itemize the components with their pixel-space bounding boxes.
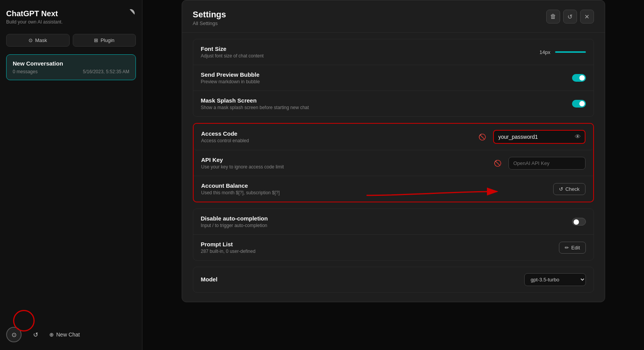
prompt-list-row: Prompt List 287 built-in, 0 user-defined… bbox=[193, 235, 594, 260]
auto-completion-control bbox=[572, 218, 586, 225]
settings-title-area: Settings All Settings bbox=[193, 10, 226, 26]
sidebar-header: ChatGPT Next Build your own AI assistant… bbox=[6, 8, 136, 26]
conversation-title: New Conversation bbox=[13, 60, 129, 67]
api-key-eye-button[interactable]: 🚫 bbox=[491, 160, 505, 167]
edit-icon: ✏ bbox=[565, 245, 569, 251]
openai-logo-icon bbox=[119, 8, 136, 26]
model-select[interactable]: gpt-3.5-turbo gpt-4 bbox=[524, 273, 586, 286]
share-icon: ↺ bbox=[33, 331, 38, 338]
plugin-button[interactable]: ⊞ Plugin bbox=[73, 34, 136, 47]
sidebar: ChatGPT Next Build your own AI assistant… bbox=[0, 0, 142, 350]
send-preview-desc: Preview markdown in bubble bbox=[201, 79, 260, 84]
access-code-eye-left-button[interactable]: 🚫 bbox=[475, 133, 489, 141]
send-preview-bubble-row: Send Preview Bubble Preview markdown in … bbox=[193, 65, 594, 91]
prompt-list-desc: 287 built-in, 0 user-defined bbox=[201, 249, 256, 254]
eye-slash-icon: 🚫 bbox=[478, 134, 486, 140]
settings-body: Font Size Adjust font size of chat conte… bbox=[182, 33, 605, 302]
prompt-list-label: Prompt List bbox=[201, 241, 256, 247]
refresh-button[interactable]: ↺ bbox=[563, 10, 577, 24]
close-button[interactable]: ✕ bbox=[580, 10, 594, 24]
refresh-icon: ↺ bbox=[559, 186, 563, 192]
settings-header: Settings All Settings 🗑 ↺ ✕ bbox=[182, 0, 605, 33]
sidebar-subtitle: Build your own AI assistant. bbox=[6, 19, 63, 25]
account-balance-row: Account Balance Used this month $[?], su… bbox=[194, 176, 593, 202]
settings-subtitle: All Settings bbox=[193, 20, 226, 26]
settings-header-actions: 🗑 ↺ ✕ bbox=[546, 10, 594, 24]
settings-title: Settings bbox=[193, 10, 226, 20]
font-size-desc: Adjust font size of chat content bbox=[201, 53, 264, 59]
plugin-icon: ⊞ bbox=[94, 37, 98, 43]
mask-splash-row: Mask Splash Screen Show a mask splash sc… bbox=[193, 91, 594, 116]
settings-section-completion: Disable auto-completion Input / to trigg… bbox=[193, 209, 594, 261]
settings-overlay: Settings All Settings 🗑 ↺ ✕ Font Size bbox=[142, 0, 644, 350]
account-balance-label: Account Balance bbox=[201, 182, 280, 189]
api-key-input[interactable] bbox=[509, 157, 585, 170]
sidebar-title: ChatGPT Next bbox=[6, 9, 63, 18]
access-code-desc: Access control enabled bbox=[201, 138, 249, 143]
auto-completion-label: Disable auto-completion bbox=[201, 215, 268, 222]
settings-section-access: Access Code Access control enabled 🚫 bbox=[193, 123, 594, 202]
share-icon-button[interactable]: ↺ bbox=[28, 327, 43, 342]
account-balance-desc: Used this month $[?], subscription $[?] bbox=[201, 190, 280, 195]
api-key-label: API Key bbox=[201, 156, 284, 163]
api-key-row: API Key Use your key to ignore access co… bbox=[194, 150, 593, 176]
prompt-list-control: ✏ Edit bbox=[559, 242, 585, 254]
model-row: Model gpt-3.5-turbo gpt-4 bbox=[193, 267, 594, 292]
sidebar-logo-area: ChatGPT Next Build your own AI assistant… bbox=[6, 9, 63, 25]
send-preview-label: Send Preview Bubble bbox=[201, 71, 260, 78]
plus-icon: ⊕ bbox=[49, 331, 54, 338]
model-label: Model bbox=[201, 276, 217, 283]
mask-splash-control bbox=[572, 100, 586, 108]
new-chat-button[interactable]: ⊕ New Chat bbox=[49, 331, 80, 338]
access-code-control: 🚫 👁 bbox=[475, 130, 585, 144]
check-button[interactable]: ↺ Check bbox=[553, 183, 585, 195]
edit-prompt-list-button[interactable]: ✏ Edit bbox=[559, 242, 585, 254]
mask-icon: ⊙ bbox=[28, 37, 33, 43]
settings-modal: Settings All Settings 🗑 ↺ ✕ Font Size bbox=[182, 0, 605, 302]
send-preview-control bbox=[572, 74, 586, 82]
mask-splash-desc: Show a mask splash screen before startin… bbox=[201, 105, 309, 110]
conversation-item[interactable]: New Conversation 0 messages 5/16/2023, 5… bbox=[6, 54, 136, 80]
access-code-row: Access Code Access control enabled 🚫 bbox=[194, 124, 593, 150]
mask-splash-toggle[interactable] bbox=[572, 100, 586, 108]
eye-off-icon: 👁 bbox=[575, 133, 581, 140]
main-area: Settings All Settings 🗑 ↺ ✕ Font Size bbox=[142, 0, 644, 350]
font-size-row: Font Size Adjust font size of chat conte… bbox=[193, 39, 594, 65]
conversation-meta: 0 messages 5/16/2023, 5:52:35 AM bbox=[13, 69, 129, 74]
send-preview-toggle[interactable] bbox=[572, 74, 586, 82]
auto-completion-toggle[interactable] bbox=[572, 218, 586, 225]
auto-completion-desc: Input / to trigger auto-completion bbox=[201, 223, 268, 228]
access-code-toggle-visibility-button[interactable]: 👁 bbox=[571, 133, 585, 140]
api-key-control: 🚫 bbox=[491, 157, 585, 170]
font-size-value: 14px bbox=[540, 49, 552, 55]
settings-section-display: Font Size Adjust font size of chat conte… bbox=[193, 39, 594, 117]
font-size-control: 14px bbox=[540, 49, 586, 55]
font-size-slider[interactable] bbox=[555, 51, 586, 53]
mask-splash-label: Mask Splash Screen bbox=[201, 97, 309, 104]
eye-slash-icon: 🚫 bbox=[494, 160, 502, 167]
access-code-label: Access Code bbox=[201, 130, 249, 137]
sidebar-action-buttons: ⊙ Mask ⊞ Plugin bbox=[6, 34, 136, 47]
access-code-input-wrapper: 👁 bbox=[493, 130, 585, 144]
mask-button[interactable]: ⊙ Mask bbox=[6, 34, 70, 47]
font-size-label: Font Size bbox=[201, 45, 264, 52]
settings-icon-button[interactable]: ⊙ bbox=[6, 327, 22, 342]
model-control: gpt-3.5-turbo gpt-4 bbox=[524, 273, 586, 286]
account-balance-control: ↺ Check bbox=[553, 183, 585, 195]
message-count: 0 messages bbox=[13, 69, 38, 74]
settings-icon: ⊙ bbox=[12, 331, 17, 338]
api-key-desc: Use your key to ignore access code limit bbox=[201, 164, 284, 170]
sidebar-footer: ⊙ ↺ ⊕ New Chat bbox=[6, 321, 136, 342]
access-code-input[interactable] bbox=[494, 131, 571, 143]
auto-completion-row: Disable auto-completion Input / to trigg… bbox=[193, 209, 594, 235]
conversation-date: 5/16/2023, 5:52:35 AM bbox=[83, 69, 129, 74]
settings-section-model: Model gpt-3.5-turbo gpt-4 bbox=[193, 267, 594, 293]
clear-button[interactable]: 🗑 bbox=[546, 10, 560, 24]
